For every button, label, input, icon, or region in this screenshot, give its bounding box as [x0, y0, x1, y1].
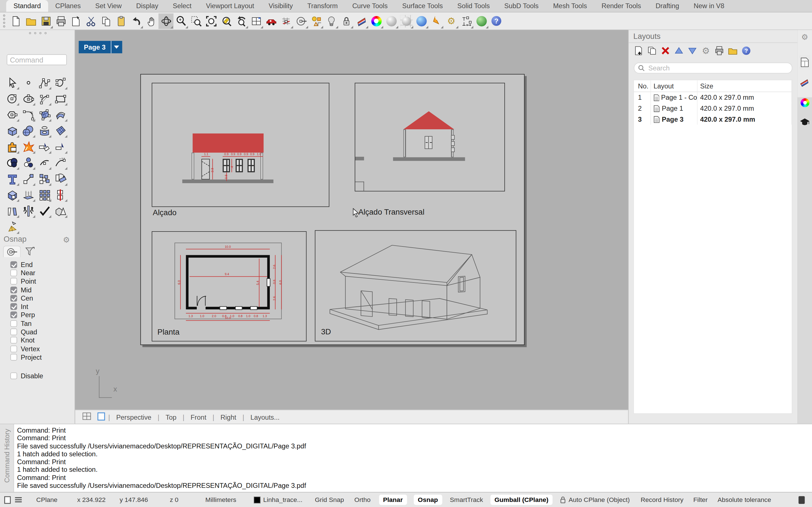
save-icon[interactable] [38, 13, 53, 29]
menu-drafting[interactable]: Drafting [648, 0, 686, 12]
osnap-int[interactable]: Int [10, 302, 43, 311]
rectangle-icon[interactable] [52, 91, 68, 107]
osnap-end[interactable]: End [10, 260, 43, 269]
tab-perspective[interactable]: Perspective [110, 413, 158, 421]
checkbox[interactable] [10, 278, 17, 285]
lock-status-icon[interactable] [560, 496, 566, 503]
lightbulb-icon[interactable] [324, 13, 339, 29]
toolbar-drag-handle[interactable] [3, 14, 5, 27]
menu-cplanes[interactable]: CPlanes [48, 0, 88, 12]
page3-viewport-tab[interactable]: Page 3 [79, 41, 122, 53]
tab-right[interactable]: Right [214, 413, 243, 421]
menu-solid-tools[interactable]: Solid Tools [450, 0, 497, 12]
toggle-auto-cplane[interactable]: Auto CPlane (Object) [569, 496, 630, 503]
extend-curve-icon[interactable] [36, 155, 52, 171]
print-layout-icon[interactable] [715, 46, 724, 55]
open-file-icon[interactable] [23, 13, 38, 29]
surface-grid-icon[interactable] [52, 122, 68, 138]
tab-front[interactable]: Front [185, 413, 213, 421]
cut-icon[interactable] [84, 13, 98, 29]
list-status-icon[interactable] [15, 497, 22, 503]
menu-standard[interactable]: Standard [6, 0, 48, 12]
duplicate-layout-icon[interactable] [647, 46, 657, 55]
explode-icon[interactable] [20, 138, 36, 155]
page-tab-dropdown[interactable] [111, 46, 122, 49]
tab-display-mode[interactable] [799, 76, 810, 89]
new-document-icon[interactable] [8, 13, 23, 29]
checkbox[interactable] [10, 295, 17, 302]
zoom-icon[interactable] [173, 13, 188, 29]
osnap-quad[interactable]: Quad [10, 328, 43, 336]
checkbox[interactable] [10, 312, 17, 318]
boolean-union-icon[interactable] [4, 155, 20, 171]
checkbox[interactable] [10, 286, 17, 293]
menu-new-in-v8[interactable]: New in V8 [687, 0, 732, 12]
sphere-wire-icon[interactable] [399, 13, 414, 29]
menu-surface-tools[interactable]: Surface Tools [395, 0, 450, 12]
duplicate-icon[interactable] [36, 171, 52, 187]
threed-detail-frame[interactable]: 3D [315, 230, 516, 341]
osnap-tan[interactable]: Tan [10, 319, 43, 328]
rectangular-array-icon[interactable] [36, 187, 52, 203]
color-wheel-icon[interactable] [369, 13, 384, 29]
print-icon[interactable] [53, 13, 68, 29]
pane-layout-icon[interactable] [79, 412, 94, 421]
rotate-view-icon[interactable] [158, 13, 173, 29]
checkbox[interactable] [10, 337, 17, 344]
help-icon[interactable]: ? [489, 13, 504, 29]
tolerance-indicator[interactable]: Absolute tolerance [718, 496, 771, 503]
command-input[interactable] [7, 54, 67, 65]
export-page-icon[interactable] [68, 13, 83, 29]
page-status-icon[interactable] [4, 496, 11, 504]
open-folder-icon[interactable] [728, 46, 737, 55]
menu-transform[interactable]: Transform [300, 0, 345, 12]
move-down-icon[interactable] [688, 46, 697, 55]
mirror-icon[interactable] [4, 203, 20, 219]
arc-icon[interactable] [36, 91, 52, 107]
paste-icon[interactable] [113, 13, 128, 29]
layer-objects-icon[interactable] [309, 13, 324, 29]
move-car-icon[interactable] [264, 13, 278, 29]
rotate-object-icon[interactable] [52, 171, 68, 187]
move-scale-icon[interactable] [20, 171, 36, 187]
zoom-selected-icon[interactable] [204, 13, 218, 29]
split-icon[interactable] [52, 138, 68, 155]
settings-gear-icon[interactable]: ⚙ [444, 13, 459, 29]
pyramid-icon[interactable] [4, 219, 20, 235]
sphere-shaded-icon[interactable] [384, 13, 399, 29]
planta-detail-frame[interactable]: 10.0 9.4 6.0 5.4 2.6 0.8 2.6 6.0 1.3 1.0… [152, 231, 306, 341]
cplane-indicator[interactable]: CPlane [36, 496, 57, 503]
layout-viewport[interactable]: Page 3 [75, 30, 628, 424]
section-icon[interactable] [52, 187, 68, 203]
zoom-window-icon[interactable] [189, 13, 204, 29]
layout-row-1[interactable]: 1 Page 1 - Co 420.0 x 297.0 mm [634, 92, 792, 103]
toggle-grid-snap[interactable]: Grid Snap [315, 496, 344, 503]
patch-surface-icon[interactable] [36, 107, 52, 122]
tab-layouts[interactable]: Layouts... [244, 413, 286, 421]
osnap-snaps-tab[interactable] [3, 245, 20, 257]
delete-layout-icon[interactable] [661, 46, 670, 55]
tab-color-wheel[interactable] [799, 96, 810, 109]
current-layer[interactable]: Linha_trace... [263, 496, 303, 503]
osnap-vertex[interactable]: Vertex [10, 344, 43, 353]
osnap-cen[interactable]: Cen [10, 294, 43, 302]
checkbox[interactable] [10, 328, 17, 335]
ellipse-icon[interactable] [20, 91, 36, 107]
panel-drag-handle[interactable] [0, 32, 75, 34]
revolve-surface-icon[interactable] [36, 122, 52, 138]
osnap-filter-tab[interactable] [20, 245, 38, 257]
group-objects-icon[interactable] [20, 155, 36, 171]
curve-through-points-icon[interactable] [52, 74, 68, 91]
layout-row-2[interactable]: 2 Page 1 420.0 x 297.0 mm [634, 103, 792, 114]
layout-row-3[interactable]: 3 Page 3 420.0 x 297.0 mm [634, 114, 792, 125]
menu-visibility[interactable]: Visibility [261, 0, 300, 12]
trim-icon[interactable] [36, 138, 52, 155]
toggle-ortho[interactable]: Ortho [354, 496, 370, 503]
toggle-osnap[interactable]: Osnap [414, 495, 442, 505]
undo-icon[interactable] [129, 13, 144, 29]
dimension-icon[interactable] [459, 13, 474, 29]
blend-surface-icon[interactable] [52, 107, 68, 122]
tab-layout-page[interactable] [799, 55, 810, 69]
check-selection-icon[interactable] [36, 203, 52, 219]
search-input[interactable] [647, 64, 788, 72]
